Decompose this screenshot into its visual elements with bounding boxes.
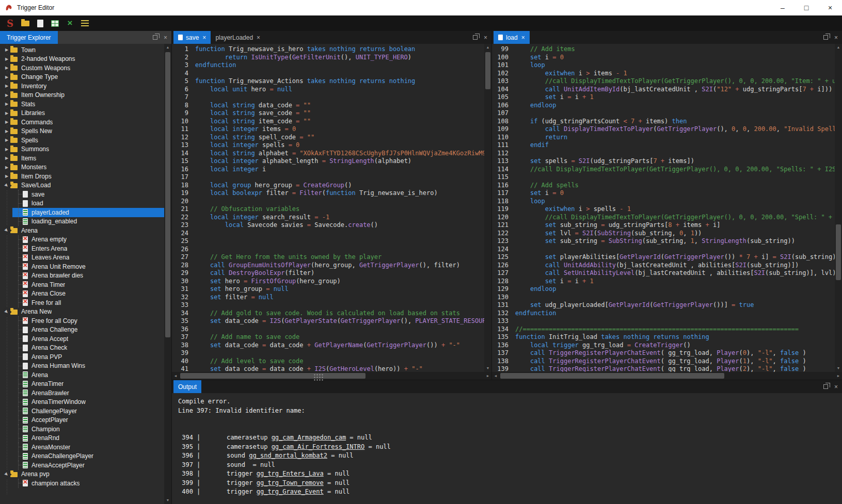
toolbar-script-logo-icon[interactable] bbox=[3, 17, 17, 29]
explorer-header-tab[interactable]: Trigger Explorer bbox=[0, 31, 58, 44]
save-code-area[interactable]: 1function Trig_newsave_is_hero takes not… bbox=[172, 44, 484, 372]
code-line[interactable]: 101 loop bbox=[492, 61, 835, 70]
close-tab-icon[interactable]: × bbox=[521, 34, 525, 41]
tree-item-loading-enabled[interactable]: loading_enabled bbox=[0, 217, 164, 226]
expand-arrow-icon[interactable]: ▶ bbox=[3, 64, 10, 71]
tree-item-item-drops[interactable]: ▶Item Drops bbox=[0, 172, 164, 181]
expand-arrow-icon[interactable]: ▶ bbox=[3, 92, 10, 99]
close-panel-icon[interactable]: × bbox=[834, 35, 838, 41]
code-line[interactable]: 13 local integer spells = 0 bbox=[172, 141, 484, 150]
code-line[interactable]: 130 bbox=[492, 294, 835, 302]
code-line[interactable]: 38 set data_code = data_code + GetPlayer… bbox=[172, 342, 484, 350]
code-line[interactable]: 6 local unit hero = null bbox=[172, 86, 484, 94]
tree-item-arenarnd[interactable]: ArenaRnd bbox=[0, 434, 164, 443]
float-panel-icon[interactable] bbox=[823, 35, 828, 40]
minimize-button[interactable]: – bbox=[771, 0, 795, 15]
expand-arrow-icon[interactable]: ▶ bbox=[3, 46, 10, 53]
code-line[interactable]: 28 call GroupEnumUnitsOfPlayer(hero_grou… bbox=[172, 262, 484, 270]
tree-item-champion-attacks[interactable]: champion attacks bbox=[0, 479, 164, 488]
code-line[interactable]: 29 call DestroyBoolExpr(filter) bbox=[172, 269, 484, 278]
load-code-area[interactable]: 99 // Add items100 set i = 0101 loop102 … bbox=[492, 44, 835, 372]
float-panel-icon[interactable] bbox=[823, 384, 828, 389]
toolbar-script-list-icon[interactable] bbox=[78, 17, 92, 29]
scroll-down-icon[interactable]: ▼ bbox=[835, 365, 842, 372]
code-line[interactable]: 26 bbox=[172, 246, 484, 254]
toolbar-open-folder-icon[interactable] bbox=[18, 17, 32, 29]
tree-item-arenatimerwindow[interactable]: ArenaTimerWindow bbox=[0, 398, 164, 407]
code-line[interactable]: 4 bbox=[172, 70, 484, 78]
expand-arrow-icon[interactable]: ▶ bbox=[3, 137, 10, 143]
tab-playerloaded[interactable]: playerLoaded× bbox=[211, 31, 265, 44]
code-line[interactable]: 39 bbox=[172, 349, 484, 357]
code-line[interactable]: 37 // Add name to save code bbox=[172, 333, 484, 342]
code-line[interactable]: 40 // Add level to save code bbox=[172, 357, 484, 366]
code-line[interactable]: 103 //call DisplayTimedTextToPlayer(GetT… bbox=[492, 77, 835, 86]
code-line[interactable]: 31 set hero_group = null bbox=[172, 285, 484, 294]
code-line[interactable]: 106 endloop bbox=[492, 102, 835, 110]
tree-item-arenaacceptplayer[interactable]: ArenaAcceptPlayer bbox=[0, 461, 164, 470]
code-line[interactable]: 100 set i = 0 bbox=[492, 54, 835, 62]
tab-save[interactable]: save× bbox=[173, 31, 211, 44]
tree-item-save-load[interactable]: ▶Save/Load bbox=[0, 181, 164, 190]
code-line[interactable]: 124 bbox=[492, 246, 835, 254]
scroll-left-icon[interactable]: ◄ bbox=[492, 372, 499, 380]
expand-arrow-icon[interactable]: ▶ bbox=[3, 128, 10, 135]
code-line[interactable]: 23 local Savecode savies = Savecode.crea… bbox=[172, 221, 484, 230]
code-line[interactable]: 104 call UnitAddItemById(bj_lastCreatedU… bbox=[492, 86, 835, 94]
tree-item-arenabrawler[interactable]: ArenaBrawler bbox=[0, 388, 164, 398]
tree-item-spells-new[interactable]: ▶Spells New bbox=[0, 127, 164, 136]
code-line[interactable]: 128 set i = i + 1 bbox=[492, 278, 835, 286]
expand-arrow-icon[interactable]: ▶ bbox=[3, 155, 10, 161]
toolbar-new-document-icon[interactable] bbox=[33, 17, 47, 29]
code-line[interactable]: 16 local integer i bbox=[172, 166, 484, 174]
scroll-thumb[interactable] bbox=[836, 224, 841, 280]
tab-output[interactable]: Output bbox=[173, 380, 201, 393]
tree-item-arena-pvp[interactable]: Arena PVP bbox=[0, 352, 164, 362]
expand-arrow-icon[interactable]: ▶ bbox=[3, 101, 10, 107]
code-line[interactable]: 137 call TriggerRegisterPlayerChatEvent(… bbox=[492, 349, 835, 357]
code-line[interactable]: 127 call SetUnitAbilityLevel(bj_lastCrea… bbox=[492, 269, 835, 278]
code-line[interactable]: 114 //call DisplayTimedTextToPlayer(GetT… bbox=[492, 166, 835, 174]
tree-item-custom-weapons[interactable]: ▶Custom Weapons bbox=[0, 63, 164, 73]
tree-item-2-handed-weapons[interactable]: ▶2-handed Weapons bbox=[0, 55, 164, 64]
code-line[interactable]: 138 call TriggerRegisterPlayerChatEvent(… bbox=[492, 357, 835, 366]
code-line[interactable]: 99 // Add items bbox=[492, 45, 835, 54]
load-editor-hscrollbar[interactable]: ◄ ► bbox=[492, 372, 842, 380]
code-line[interactable]: 5function Trig_newsave_Actions takes not… bbox=[172, 77, 484, 86]
tree-item-monsters[interactable]: ▶Monsters bbox=[0, 163, 164, 172]
explorer-scrollbar[interactable]: ▲ ▼ bbox=[164, 44, 171, 504]
code-line[interactable]: 122 set lvl = S2I(SubString(sub_string, … bbox=[492, 230, 835, 238]
tree-item-challengeplayer[interactable]: ChallengePlayer bbox=[0, 407, 164, 416]
code-line[interactable]: 21 // Obfuscation variables bbox=[172, 205, 484, 214]
toolbar-variable-grid-icon[interactable] bbox=[48, 17, 62, 29]
tree-item-items[interactable]: ▶Items bbox=[0, 154, 164, 163]
tab-load[interactable]: load× bbox=[494, 31, 530, 44]
code-line[interactable]: 27 // Get Hero from the units owned by t… bbox=[172, 253, 484, 262]
tree-item-free-for-all-copy[interactable]: Free for all Copy bbox=[0, 316, 164, 326]
code-line[interactable]: 136 local trigger gg_trg_load = CreateTr… bbox=[492, 342, 835, 350]
scroll-up-icon[interactable]: ▲ bbox=[484, 44, 491, 51]
expand-arrow-icon[interactable]: ▶ bbox=[3, 119, 10, 125]
code-line[interactable]: 9 local string save_code = "" bbox=[172, 109, 484, 118]
expand-arrow-icon[interactable]: ▶ bbox=[3, 74, 10, 80]
tree-item-free-for-all[interactable]: Free for all bbox=[0, 298, 164, 307]
tree-item-change-type[interactable]: ▶Change Type bbox=[0, 73, 164, 82]
code-line[interactable]: 139 call TriggerRegisterPlayerChatEvent(… bbox=[492, 365, 835, 372]
tree-item-arenatimer[interactable]: ArenaTimer bbox=[0, 380, 164, 389]
scroll-left-icon[interactable]: ◄ bbox=[172, 372, 179, 380]
scroll-right-icon[interactable]: ► bbox=[835, 372, 842, 380]
code-line[interactable]: 118 loop bbox=[492, 198, 835, 206]
code-line[interactable]: 33 bbox=[172, 301, 484, 310]
scroll-thumb[interactable] bbox=[485, 52, 490, 89]
code-line[interactable]: 24 bbox=[172, 230, 484, 238]
tree-item-item-ownership[interactable]: ▶Item Ownership bbox=[0, 91, 164, 100]
scroll-up-icon[interactable]: ▲ bbox=[164, 44, 171, 51]
close-panel-icon[interactable]: × bbox=[484, 35, 487, 41]
code-line[interactable]: 129 endloop bbox=[492, 285, 835, 294]
scroll-thumb[interactable] bbox=[180, 373, 366, 379]
code-line[interactable]: 134//===================================… bbox=[492, 326, 835, 334]
code-line[interactable]: 110 return bbox=[492, 134, 835, 142]
code-line[interactable]: 119 exitwhen i > spells - 1 bbox=[492, 205, 835, 214]
code-line[interactable]: 109 call DisplayTimedTextToPlayer(GetTri… bbox=[492, 125, 835, 134]
code-line[interactable]: 117 set i = 0 bbox=[492, 189, 835, 198]
